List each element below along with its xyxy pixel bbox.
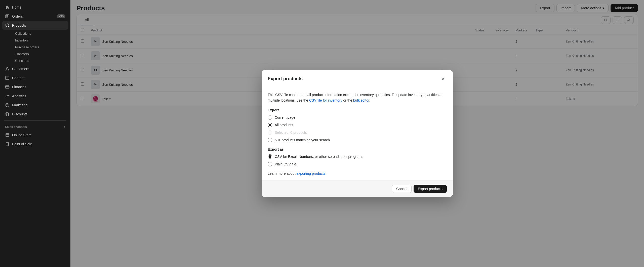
export-option-selected[interactable]: Selected: 0 products bbox=[268, 130, 447, 135]
pos-icon bbox=[5, 142, 10, 146]
learn-more-text: Learn more about bbox=[268, 171, 296, 175]
collections-label: Collections bbox=[15, 32, 31, 35]
pos-label: Point of Sale bbox=[12, 142, 32, 146]
sales-channels-label: Sales channels bbox=[5, 125, 27, 129]
export-selected-radio bbox=[268, 130, 272, 135]
purchase-orders-label: Purchase orders bbox=[15, 45, 39, 49]
main-content: Products Export Import More actions ▾ Ad… bbox=[70, 0, 644, 267]
svg-rect-3 bbox=[6, 86, 9, 88]
sidebar-customers-label: Customers bbox=[12, 67, 29, 71]
sidebar: Home Orders 230 Products Collections Inv… bbox=[0, 0, 70, 267]
export-matching-radio[interactable] bbox=[268, 138, 272, 142]
products-icon bbox=[5, 23, 10, 28]
svg-rect-6 bbox=[6, 142, 8, 146]
cancel-button[interactable]: Cancel bbox=[392, 185, 412, 193]
customers-icon bbox=[5, 67, 10, 71]
export-as-options-group: CSV for Excel, Numbers, or other spreads… bbox=[268, 154, 447, 166]
online-store-label: Online Store bbox=[12, 133, 32, 137]
export-as-csv-excel[interactable]: CSV for Excel, Numbers, or other spreads… bbox=[268, 154, 447, 159]
export-current-page-radio[interactable] bbox=[268, 115, 272, 120]
svg-point-1 bbox=[7, 67, 8, 69]
export-as-section-label: Export as bbox=[268, 147, 447, 151]
sidebar-item-content[interactable]: Content bbox=[2, 74, 68, 82]
marketing-icon bbox=[5, 103, 10, 107]
modal-header: Export products ✕ bbox=[262, 70, 453, 87]
exporting-products-link[interactable]: exporting products bbox=[296, 171, 325, 175]
sidebar-orders-label: Orders bbox=[12, 14, 23, 18]
sidebar-item-marketing[interactable]: Marketing bbox=[2, 101, 68, 109]
modal-close-button[interactable]: ✕ bbox=[439, 75, 447, 83]
sidebar-products-label: Products bbox=[12, 23, 26, 27]
sidebar-item-analytics[interactable]: Analytics bbox=[2, 92, 68, 100]
modal-learn-more: Learn more about exporting products. bbox=[268, 171, 447, 175]
modal-overlay: Export products ✕ This CSV file can upda… bbox=[70, 0, 644, 267]
export-option-matching[interactable]: 50+ products matching your search bbox=[268, 138, 447, 142]
online-store-icon bbox=[5, 133, 10, 137]
discounts-icon bbox=[5, 112, 10, 116]
content-icon bbox=[5, 76, 10, 80]
export-modal: Export products ✕ This CSV file can upda… bbox=[262, 70, 453, 197]
export-options-group: Current page All products Selected: 0 pr… bbox=[268, 115, 447, 142]
export-section-label: Export bbox=[268, 108, 447, 112]
modal-desc-middle: or the bbox=[343, 98, 353, 102]
sidebar-item-customers[interactable]: Customers bbox=[2, 65, 68, 73]
sidebar-item-purchase-orders[interactable]: Purchase orders bbox=[12, 44, 68, 51]
finances-icon bbox=[5, 85, 10, 89]
sidebar-discounts-label: Discounts bbox=[12, 112, 27, 116]
modal-description: This CSV file can update all product inf… bbox=[268, 92, 447, 103]
sidebar-item-home[interactable]: Home bbox=[2, 3, 68, 12]
export-current-page-label: Current page bbox=[275, 115, 295, 119]
modal-actions: Cancel Export products bbox=[262, 181, 453, 197]
svg-point-7 bbox=[7, 145, 7, 145]
sidebar-item-finances[interactable]: Finances bbox=[2, 83, 68, 91]
export-all-products-label: All products bbox=[275, 123, 293, 127]
sidebar-item-gift-cards[interactable]: Gift cards bbox=[12, 57, 68, 64]
export-matching-label: 50+ products matching your search bbox=[275, 138, 330, 142]
modal-title: Export products bbox=[268, 76, 303, 81]
products-sub-nav: Collections Inventory Purchase orders Tr… bbox=[2, 30, 68, 64]
transfers-label: Transfers bbox=[15, 52, 29, 56]
export-all-products-radio[interactable] bbox=[268, 123, 272, 127]
close-icon: ✕ bbox=[441, 76, 445, 82]
sidebar-marketing-label: Marketing bbox=[12, 103, 27, 107]
export-products-button[interactable]: Export products bbox=[414, 185, 447, 193]
inventory-label: Inventory bbox=[15, 38, 28, 42]
modal-body: This CSV file can update all product inf… bbox=[262, 87, 453, 181]
home-icon bbox=[5, 5, 10, 10]
orders-badge: 230 bbox=[57, 14, 65, 18]
sidebar-item-pos[interactable]: Point of Sale bbox=[2, 140, 68, 148]
sidebar-item-products[interactable]: Products bbox=[2, 21, 68, 30]
sidebar-item-transfers[interactable]: Transfers bbox=[12, 51, 68, 57]
sidebar-item-inventory[interactable]: Inventory bbox=[12, 37, 68, 44]
export-csv-excel-label: CSV for Excel, Numbers, or other spreads… bbox=[275, 155, 363, 159]
sidebar-divider bbox=[4, 120, 66, 121]
bulk-editor-link[interactable]: bulk editor bbox=[353, 98, 369, 102]
analytics-icon bbox=[5, 94, 10, 98]
sidebar-finances-label: Finances bbox=[12, 85, 26, 89]
gift-cards-label: Gift cards bbox=[15, 59, 29, 63]
sidebar-item-collections[interactable]: Collections bbox=[12, 30, 68, 37]
sidebar-content-label: Content bbox=[12, 76, 24, 80]
sidebar-item-online-store[interactable]: Online Store bbox=[2, 131, 68, 139]
sales-channels-section: Sales channels › bbox=[2, 123, 68, 130]
svg-rect-5 bbox=[6, 134, 9, 137]
export-as-plain-csv[interactable]: Plain CSV file bbox=[268, 162, 447, 166]
sidebar-item-orders[interactable]: Orders 230 bbox=[2, 12, 68, 21]
export-option-all-products[interactable]: All products bbox=[268, 123, 447, 127]
sidebar-home-label: Home bbox=[12, 5, 21, 9]
sidebar-analytics-label: Analytics bbox=[12, 94, 26, 98]
csv-inventory-link[interactable]: CSV file for inventory bbox=[309, 98, 342, 102]
export-plain-csv-label: Plain CSV file bbox=[275, 162, 296, 166]
export-plain-csv-radio[interactable] bbox=[268, 162, 272, 166]
export-option-current-page[interactable]: Current page bbox=[268, 115, 447, 120]
export-selected-label: Selected: 0 products bbox=[275, 130, 307, 135]
svg-point-4 bbox=[6, 103, 9, 107]
sidebar-item-discounts[interactable]: Discounts bbox=[2, 110, 68, 118]
sales-channels-expand-icon[interactable]: › bbox=[64, 125, 65, 129]
export-csv-excel-radio[interactable] bbox=[268, 154, 272, 159]
orders-icon bbox=[5, 14, 10, 19]
